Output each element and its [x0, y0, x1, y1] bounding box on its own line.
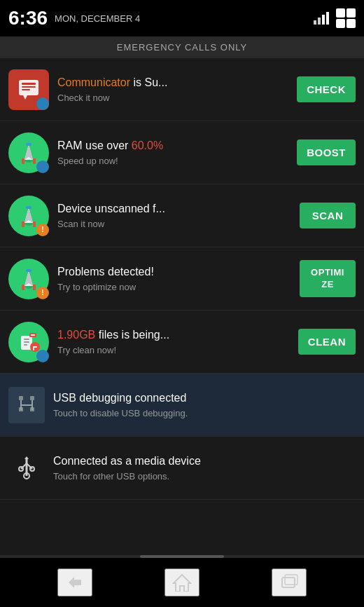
svg-rect-2: [22, 86, 36, 88]
usb-debug-title: USB debugging connected: [53, 391, 356, 406]
svg-point-5: [40, 101, 46, 107]
usb-media-icon: [8, 450, 45, 486]
svg-rect-20: [24, 341, 29, 343]
ram-title: RAM use over 60.0%: [57, 139, 297, 154]
clean-icon: [8, 322, 49, 362]
optimize-subtitle: Try to optimize now: [57, 282, 300, 292]
svg-rect-43: [285, 575, 298, 585]
scan-subtitle: Scan it now: [57, 219, 300, 229]
clean-title: 1.90GB files is being...: [57, 328, 298, 343]
status-date: MON, DECEMBER 4: [55, 13, 140, 24]
usb-debug-content: USB debugging connected Touch to disable…: [53, 391, 356, 419]
back-button[interactable]: [57, 568, 92, 596]
svg-rect-7: [26, 143, 31, 146]
svg-rect-3: [22, 89, 30, 90]
status-bar: 6:36 MON, DECEMBER 4: [0, 0, 364, 36]
notifications-list: Communicator is Su... Check it now CHECK…: [0, 58, 364, 555]
scan-badge: !: [36, 224, 49, 236]
ram-subtitle: Speed up now!: [57, 156, 297, 166]
optimize-button[interactable]: OPTIMIZE: [300, 260, 356, 298]
emergency-banner: EMERGENCY CALLS ONLY: [0, 36, 364, 58]
home-button[interactable]: [164, 568, 200, 596]
communicator-badge: [36, 97, 49, 110]
notification-communicator[interactable]: Communicator is Su... Check it now CHECK: [0, 58, 364, 121]
scan-title: Device unscanned f...: [57, 202, 300, 217]
scan-icon: !: [8, 196, 49, 236]
clean-subtitle: Try clean now!: [57, 345, 298, 355]
svg-rect-27: [19, 396, 23, 400]
communicator-subtitle: Check it now: [57, 93, 297, 103]
svg-rect-1: [22, 83, 36, 85]
svg-rect-8: [22, 158, 24, 164]
ram-badge: [36, 161, 49, 173]
svg-rect-23: [31, 334, 35, 336]
notification-usb-debug[interactable]: USB debugging connected Touch to disable…: [0, 374, 364, 437]
optimize-icon: !: [8, 259, 49, 299]
clean-content: 1.90GB files is being... Try clean now!: [57, 328, 298, 356]
apps-icon: [336, 8, 356, 28]
status-icons: [314, 8, 356, 28]
notification-clean[interactable]: 1.90GB files is being... Try clean now! …: [0, 311, 364, 374]
svg-rect-17: [33, 285, 36, 290]
boost-button[interactable]: BOOST: [297, 139, 356, 165]
notification-scan[interactable]: ! Device unscanned f... Scan it now SCAN: [0, 184, 364, 247]
svg-marker-41: [174, 575, 190, 592]
optimize-badge: !: [36, 287, 49, 299]
svg-rect-11: [26, 206, 31, 209]
svg-rect-26: [33, 346, 34, 350]
ram-icon: [8, 132, 49, 173]
notification-optimize[interactable]: ! Problems detected! Try to optimize now…: [0, 247, 364, 311]
usb-media-title: Connected as a media device: [53, 454, 356, 469]
svg-rect-19: [24, 339, 29, 340]
clean-button[interactable]: CLEAN: [298, 329, 356, 355]
notification-usb-media[interactable]: Connected as a media device Touch for ot…: [0, 437, 364, 500]
optimize-title: Problems detected!: [57, 265, 300, 280]
svg-marker-4: [23, 95, 27, 100]
scan-button[interactable]: SCAN: [300, 203, 356, 229]
usb-debug-subtitle: Touch to disable USB debugging.: [53, 408, 356, 418]
communicator-icon: [8, 69, 49, 110]
optimize-content: Problems detected! Try to optimize now: [57, 265, 300, 293]
scroll-indicator: [0, 555, 364, 558]
ram-content: RAM use over 60.0% Speed up now!: [57, 139, 297, 167]
nav-bar: [0, 558, 364, 607]
svg-marker-40: [24, 456, 29, 459]
usb-media-subtitle: Touch for other USB options.: [53, 471, 356, 482]
recents-button[interactable]: [272, 568, 307, 596]
svg-rect-42: [282, 578, 295, 587]
scan-content: Device unscanned f... Scan it now: [57, 202, 300, 230]
svg-rect-15: [26, 269, 31, 272]
communicator-title: Communicator is Su...: [57, 76, 297, 90]
svg-rect-16: [22, 285, 24, 290]
check-button[interactable]: CHECK: [297, 76, 356, 102]
usb-debug-icon: [8, 387, 45, 423]
svg-rect-28: [30, 396, 34, 400]
svg-rect-13: [33, 221, 36, 227]
clean-badge: [36, 350, 49, 362]
svg-rect-12: [22, 221, 24, 227]
svg-rect-9: [33, 158, 36, 164]
signal-icon: [314, 12, 329, 25]
usb-media-content: Connected as a media device Touch for ot…: [53, 454, 356, 482]
notification-ram[interactable]: RAM use over 60.0% Speed up now! BOOST: [0, 121, 364, 184]
svg-rect-21: [24, 344, 27, 346]
status-time: 6:36: [8, 7, 48, 29]
communicator-content: Communicator is Su... Check it now: [57, 76, 297, 104]
